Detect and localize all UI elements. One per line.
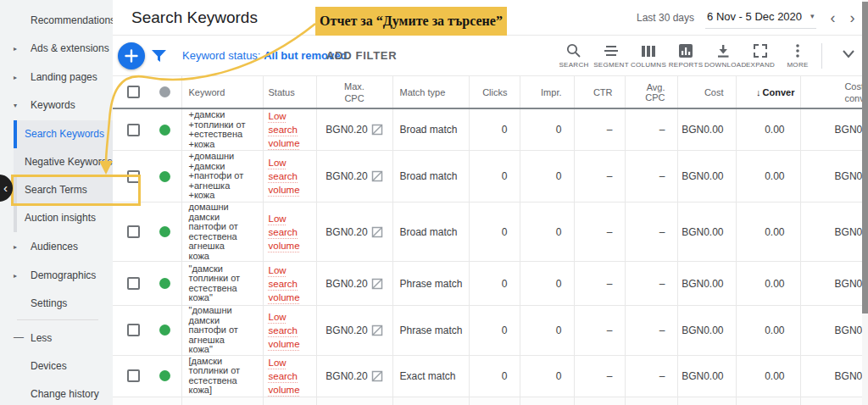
status-cell[interactable]: Low search volume (263, 202, 316, 262)
chevron-down-icon (839, 47, 858, 61)
sidebar-item-ads-extensions[interactable]: ▸Ads & extensions (0, 35, 113, 63)
sidebar-item-recommendations[interactable]: Recommendations (0, 7, 113, 35)
max-cpc-cell[interactable]: BGN0.20 (316, 202, 392, 262)
sidebar-item-audiences[interactable]: ▸Audiences (0, 233, 113, 261)
search-button[interactable]: SEARCH (555, 40, 593, 69)
add-filter-button[interactable]: ADD FILTER (326, 49, 397, 62)
sidebar-item-settings[interactable]: Settings (0, 290, 113, 318)
columns-button[interactable]: COLUMNS (630, 40, 667, 69)
status-cell[interactable] (263, 397, 316, 405)
col-conversions[interactable]: ↓Conver (736, 76, 800, 108)
col-status[interactable]: Status (263, 76, 316, 108)
table-row: [дамски топлинки от естествена кожа] Low… (113, 355, 868, 397)
match-type-cell: Phrase match (392, 262, 469, 306)
max-cpc-cell[interactable]: BGN0.20 (316, 262, 392, 306)
avg-cpc-cell: – (625, 151, 677, 202)
row-checkbox[interactable] (127, 369, 140, 382)
sidebar-item-landing-pages[interactable]: ▸Landing pages (0, 64, 113, 92)
max-cpc-cell[interactable]: BGN0.20 (316, 355, 392, 397)
row-checkbox[interactable] (127, 277, 140, 290)
row-status-dot-cell (148, 151, 181, 202)
col-keyword[interactable]: Keyword (181, 76, 263, 108)
max-cpc-cell[interactable]: BGN0.20 (316, 151, 392, 202)
col-match-type[interactable]: Match type (392, 76, 469, 108)
table-row: домашни дамски пантофи от естествена агн… (113, 202, 868, 262)
date-range-value[interactable]: 6 Nov - 5 Dec 2020 ▾ (705, 8, 816, 29)
status-cell[interactable]: Low search volume (263, 355, 316, 397)
avg-cpc-cell: – (625, 355, 677, 397)
keyword-cell[interactable]: "дамски топлинки от естествена кожа" (181, 262, 263, 306)
cost-cell: BGN0.00 (677, 151, 736, 202)
max-cpc-cell[interactable]: BGN0.20 (316, 306, 392, 356)
status-dot-icon (159, 86, 170, 97)
clicks-cell: 0 (469, 151, 520, 202)
sidebar-item-change-history[interactable]: Change history (0, 380, 113, 405)
filter-icon[interactable] (152, 50, 166, 66)
clicks-cell: 0 (469, 108, 520, 151)
keyword-cell[interactable]: домашни дамски пантофи от естествена агн… (181, 202, 263, 262)
avg-cpc-cell: – (625, 202, 677, 262)
sidebar-item-devices[interactable]: Devices (0, 352, 113, 380)
reports-button[interactable]: REPORTS (667, 40, 704, 69)
sidebar-item-keywords[interactable]: ▾Keywords (0, 92, 113, 119)
row-checkbox-cell[interactable] (113, 108, 148, 151)
col-impressions[interactable]: Impr. (520, 76, 574, 108)
col-avg-cpc[interactable]: Avg. CPC (625, 76, 677, 108)
cost-per-conv-cell: BGN0.00 (800, 355, 868, 397)
col-ctr[interactable]: CTR (574, 76, 625, 108)
scrollbar-thumb[interactable] (862, 2, 868, 313)
keyword-cell[interactable]: +домашни +дамски +пантофи от +агнешка +к… (181, 151, 263, 202)
prev-period-button[interactable]: ‹ (831, 10, 836, 25)
avg-cpc-cell: – (625, 108, 677, 151)
enabled-status-dot (159, 171, 170, 182)
max-cpc-cell[interactable]: BGN0.20 (316, 108, 392, 151)
col-clicks[interactable]: Clicks (469, 76, 520, 108)
row-checkbox-cell[interactable] (113, 355, 148, 397)
clicks-cell (469, 397, 520, 405)
cost-cell: BGN0.00 (677, 262, 736, 306)
sidebar-item-less[interactable]: —Less (0, 325, 113, 352)
col-max-cpc[interactable]: Max. CPC (316, 76, 392, 108)
row-status-dot-cell (148, 397, 181, 405)
vertical-scrollbar[interactable] (862, 0, 868, 405)
col-cost-per-conv[interactable]: Cost/ conv. (800, 76, 868, 108)
more-button[interactable]: MORE (779, 40, 816, 69)
sidebar-item-auction-insights[interactable]: Auction insights (14, 204, 113, 232)
row-status-dot-cell (148, 306, 181, 356)
ctr-cell: – (574, 202, 625, 262)
conversions-cell (736, 397, 800, 405)
next-period-button[interactable]: › (850, 10, 855, 25)
row-checkbox[interactable] (127, 324, 140, 336)
status-cell[interactable]: Low search volume (263, 306, 316, 356)
cost-per-conv-cell: BGN0.00 (800, 108, 868, 151)
row-checkbox[interactable] (127, 225, 140, 238)
keyword-cell[interactable]: [домашни дамски (181, 397, 263, 405)
col-cost[interactable]: Cost (677, 76, 736, 108)
status-cell[interactable]: Low search volume (263, 262, 316, 306)
date-preset-label[interactable]: Last 30 days (637, 12, 694, 24)
segment-button[interactable]: SEGMENT (593, 40, 630, 69)
plus-icon (118, 42, 145, 69)
select-all-cell[interactable] (113, 76, 148, 108)
cost-per-conv-cell (800, 397, 868, 405)
sidebar-item-search-keywords[interactable]: Search Keywords (14, 120, 113, 148)
collapse-toolbar-button[interactable] (839, 47, 858, 69)
row-checkbox-cell[interactable] (113, 397, 148, 405)
sidebar-item-negative-keywords[interactable]: Negative Keywords (14, 148, 113, 176)
keyword-status-filter[interactable]: Keyword status: All but removed (182, 49, 347, 62)
add-keyword-button[interactable] (118, 42, 145, 69)
sidebar-item-demographics[interactable]: ▸Demographics (0, 262, 113, 290)
expand-button[interactable]: EXPAND (742, 40, 779, 69)
row-checkbox-cell[interactable] (113, 202, 148, 262)
select-all-checkbox[interactable] (127, 86, 140, 98)
keyword-cell[interactable]: "домашни дамски пантофи от агнешка кожа" (181, 306, 263, 356)
keyword-cell[interactable]: [дамски топлинки от естествена кожа] (181, 355, 263, 397)
status-cell[interactable]: Low search volume (263, 151, 316, 202)
row-checkbox-cell[interactable] (113, 306, 148, 356)
row-checkbox[interactable] (127, 124, 140, 136)
status-cell[interactable]: Low search volume (263, 108, 316, 151)
download-button[interactable]: DOWNLOAD (704, 40, 742, 69)
keyword-cell[interactable]: +дамски +топлинки от +естествена +кожа (181, 108, 263, 151)
row-checkbox-cell[interactable] (113, 262, 148, 306)
max-cpc-cell[interactable] (316, 397, 392, 405)
